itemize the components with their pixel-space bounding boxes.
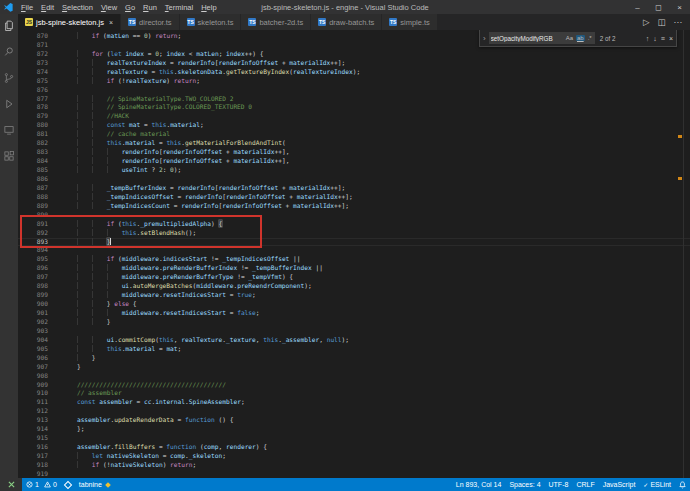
gutter-line-number[interactable]: 900 bbox=[18, 300, 48, 309]
code-line[interactable]: 873 realTextureIndex = renderInfo[render… bbox=[18, 59, 690, 68]
language-mode[interactable]: JavaScript bbox=[599, 478, 640, 491]
code-line[interactable]: 887 _tempBufferIndex = renderInfo[render… bbox=[18, 184, 690, 193]
gutter-line-number[interactable]: 880 bbox=[18, 121, 48, 130]
gutter-line-number[interactable]: 918 bbox=[18, 461, 48, 470]
code-line[interactable]: 878 // SpineMaterialType.COLORED_TEXTURE… bbox=[18, 103, 690, 112]
gutter-line-number[interactable]: 878 bbox=[18, 103, 48, 112]
code-line[interactable]: 908 bbox=[18, 372, 690, 381]
gutter-line-number[interactable]: 915 bbox=[18, 434, 48, 443]
extensions-icon[interactable] bbox=[2, 149, 16, 163]
code-line[interactable]: 875 if (!realTexture) return; bbox=[18, 77, 690, 86]
find-input[interactable]: setOpacityModifyRGB Aa ab .* bbox=[489, 32, 595, 44]
gutter-line-number[interactable]: 911 bbox=[18, 398, 48, 407]
gutter-line-number[interactable]: 870 bbox=[18, 32, 48, 41]
code-line[interactable]: 917 let nativeSkeleton = comp._skeleton; bbox=[18, 452, 690, 461]
gutter-line-number[interactable]: 905 bbox=[18, 345, 48, 354]
gutter-line-number[interactable]: 879 bbox=[18, 112, 48, 121]
gutter-line-number[interactable]: 899 bbox=[18, 291, 48, 300]
gutter-line-number[interactable]: 882 bbox=[18, 139, 48, 148]
menu-view[interactable]: View bbox=[97, 3, 121, 12]
code-line[interactable]: 914 }; bbox=[18, 425, 690, 434]
code-line[interactable]: 900 } else { bbox=[18, 300, 690, 309]
gutter-line-number[interactable]: 902 bbox=[18, 318, 48, 327]
gutter-line-number[interactable]: 893 bbox=[18, 238, 48, 247]
code-editor[interactable]: › setOpacityModifyRGB Aa ab .* 2 of 2 ↑↓… bbox=[18, 30, 690, 478]
previous-match-button[interactable]: ↑ bbox=[646, 35, 650, 42]
split-editor-button[interactable]: ◫ bbox=[657, 17, 665, 27]
code-line[interactable]: 909 ////////////////////////////////////… bbox=[18, 381, 690, 390]
problems-indicator[interactable]: 1 0 bbox=[22, 478, 61, 491]
explorer-icon[interactable] bbox=[2, 19, 16, 33]
gutter-line-number[interactable]: 914 bbox=[18, 425, 48, 434]
menu-help[interactable]: Help bbox=[197, 3, 220, 12]
code-line[interactable]: 882 this.material = this.getMaterialForB… bbox=[18, 139, 690, 148]
whole-word-icon[interactable]: ab bbox=[576, 35, 585, 41]
cursor-position[interactable]: Ln 893, Col 14 bbox=[452, 478, 506, 491]
menu-go[interactable]: Go bbox=[121, 3, 139, 12]
code-line[interactable]: 894 bbox=[18, 246, 690, 255]
gutter-line-number[interactable]: 903 bbox=[18, 327, 48, 336]
eslint-status[interactable]: ✓ESLint bbox=[639, 478, 675, 491]
remote-explorer-icon[interactable] bbox=[2, 123, 16, 137]
code-line[interactable]: 905 this.material = mat; bbox=[18, 345, 690, 354]
code-line[interactable]: 906 } bbox=[18, 354, 690, 363]
gutter-line-number[interactable]: 897 bbox=[18, 273, 48, 282]
gutter-line-number[interactable]: 916 bbox=[18, 443, 48, 452]
gutter-line-number[interactable]: 875 bbox=[18, 77, 48, 86]
notifications-bell-icon[interactable] bbox=[675, 478, 690, 491]
tabnine-status[interactable]: tabnine bbox=[75, 478, 114, 491]
sync-indicator[interactable] bbox=[61, 478, 75, 491]
gutter-line-number[interactable]: 884 bbox=[18, 157, 48, 166]
gutter-line-number[interactable]: 904 bbox=[18, 336, 48, 345]
gutter-line-number[interactable]: 872 bbox=[18, 50, 48, 59]
minimize-button[interactable]: – bbox=[627, 0, 648, 14]
gutter-line-number[interactable]: 898 bbox=[18, 282, 48, 291]
gutter-line-number[interactable]: 889 bbox=[18, 202, 48, 211]
gutter-line-number[interactable]: 886 bbox=[18, 175, 48, 184]
code-line[interactable]: 883 renderInfo[renderInfoOffset + materi… bbox=[18, 148, 690, 157]
code-line[interactable]: 879 //HACK bbox=[18, 112, 690, 121]
find-in-selection-button[interactable]: ≡ bbox=[661, 35, 665, 42]
code-line[interactable]: 895 if (middleware.indicesStart != _temp… bbox=[18, 255, 690, 264]
code-line[interactable]: 907 } bbox=[18, 363, 690, 372]
code-line[interactable]: 890 bbox=[18, 211, 690, 220]
gutter-line-number[interactable]: 910 bbox=[18, 389, 48, 398]
source-control-icon[interactable] bbox=[2, 71, 16, 85]
code-line[interactable]: 889 _tempIndicesCount = renderInfo[rende… bbox=[18, 202, 690, 211]
code-line[interactable]: 877 // SpineMaterialType.TWO_COLORED 2 bbox=[18, 95, 690, 104]
code-line[interactable]: 903 bbox=[18, 327, 690, 336]
tab-director.ts[interactable]: TSdirector.ts bbox=[121, 14, 180, 30]
close-button[interactable]: × bbox=[669, 0, 690, 14]
code-line[interactable]: 880 const mat = this.material; bbox=[18, 121, 690, 130]
gutter-line-number[interactable]: 877 bbox=[18, 95, 48, 104]
gutter-line-number[interactable]: 919 bbox=[18, 470, 48, 478]
tab-simple.ts[interactable]: TSsimple.ts bbox=[382, 14, 438, 30]
code-line[interactable]: 899 middleware.resetIndicesStart = true; bbox=[18, 291, 690, 300]
code-line[interactable]: 911 const assembler = cc.internal.SpineA… bbox=[18, 398, 690, 407]
eol-sequence[interactable]: CRLF bbox=[572, 478, 598, 491]
gutter-line-number[interactable]: 909 bbox=[18, 381, 48, 390]
run-and-debug-icon[interactable] bbox=[2, 97, 16, 111]
more-actions-button[interactable]: ⋯ bbox=[674, 17, 683, 27]
code-line[interactable]: 884 renderInfo[renderInfoOffset + materi… bbox=[18, 157, 690, 166]
toggle-replace-chevron-icon[interactable]: › bbox=[483, 34, 486, 43]
code-line[interactable]: 872 for (let index = 0; index < matLen; … bbox=[18, 50, 690, 59]
code-line[interactable]: 913 assembler.updateRenderData = functio… bbox=[18, 416, 690, 425]
run-button[interactable]: ▷ bbox=[643, 17, 650, 27]
menu-file[interactable]: File bbox=[17, 3, 37, 12]
tab-skeleton.ts[interactable]: TSskeleton.ts bbox=[180, 14, 242, 30]
gutter-line-number[interactable]: 907 bbox=[18, 363, 48, 372]
gutter-line-number[interactable]: 913 bbox=[18, 416, 48, 425]
next-match-button[interactable]: ↓ bbox=[653, 35, 657, 42]
gutter-line-number[interactable]: 885 bbox=[18, 166, 48, 175]
gutter-line-number[interactable]: 887 bbox=[18, 184, 48, 193]
search-icon[interactable] bbox=[2, 45, 16, 59]
gutter-line-number[interactable]: 917 bbox=[18, 452, 48, 461]
menu-selection[interactable]: Selection bbox=[58, 3, 97, 12]
gutter-line-number[interactable]: 874 bbox=[18, 68, 48, 77]
code-line[interactable]: 881 // cache material bbox=[18, 130, 690, 139]
code-line[interactable]: 915 bbox=[18, 434, 690, 443]
code-line[interactable]: 916 assembler.fillBuffers = function (co… bbox=[18, 443, 690, 452]
code-line[interactable]: 897 middleware.preRenderBufferType != _t… bbox=[18, 273, 690, 282]
gutter-line-number[interactable]: 895 bbox=[18, 255, 48, 264]
